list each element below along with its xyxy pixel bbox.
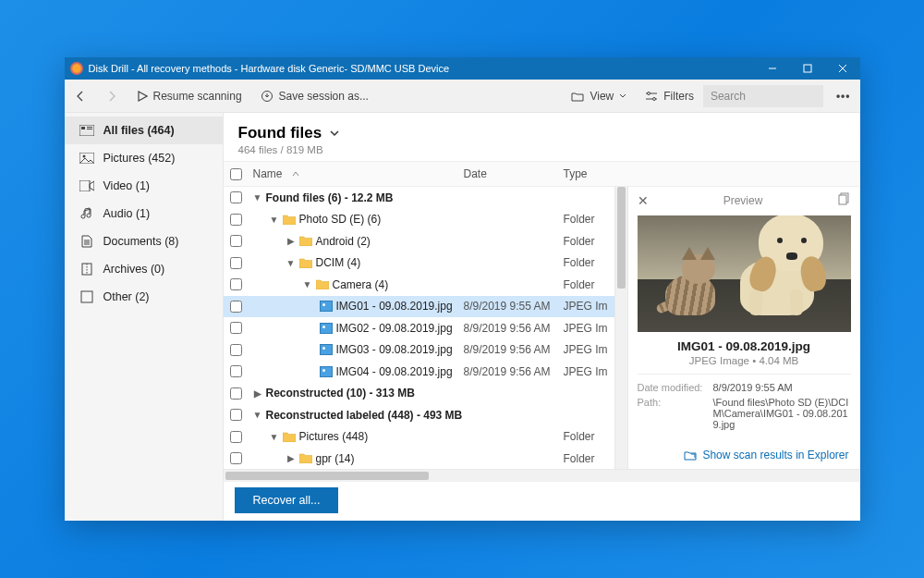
scrollbar-thumb[interactable]	[617, 187, 626, 289]
folder-row[interactable]: ▼Pictures (448)Folder	[224, 426, 614, 449]
row-checkbox[interactable]	[230, 322, 242, 334]
row-type: Folder	[564, 213, 608, 226]
row-checkbox[interactable]	[230, 365, 242, 377]
archives-icon	[79, 263, 94, 276]
group-row[interactable]: ▶Reconstructed (10) - 313 MB	[224, 383, 614, 405]
sidebar-item-pictures[interactable]: Pictures (452)	[65, 144, 223, 172]
horizontal-scrollbar[interactable]	[224, 469, 860, 482]
resume-scanning-button[interactable]: Resume scanning	[128, 80, 251, 113]
svg-rect-14	[839, 195, 846, 204]
row-checkbox[interactable]	[230, 278, 242, 290]
sort-asc-icon	[292, 170, 299, 178]
column-type[interactable]: Type	[564, 167, 608, 180]
file-row[interactable]: IMG04 - 09.08.2019.jpg8/9/2019 9:56 AMJP…	[224, 361, 614, 383]
meta-path-value: \Found files\Photo SD (E)\DCIM\Camera\IM…	[713, 397, 851, 430]
row-name: Found files (6) - 12.2 MB	[266, 191, 394, 204]
row-checkbox[interactable]	[230, 409, 242, 421]
sidebar-item-other[interactable]: Other (2)	[65, 283, 223, 311]
sidebar-item-audio[interactable]: Audio (1)	[65, 200, 223, 228]
select-all-checkbox[interactable]	[230, 168, 242, 180]
preview-subtitle: JPEG Image • 4.04 MB	[638, 355, 851, 375]
sidebar: All files (464)Pictures (452)Video (1)Au…	[65, 113, 224, 521]
toolbar: Resume scanning Save session as... View …	[65, 80, 860, 113]
row-type: Folder	[564, 452, 608, 465]
folder-icon	[571, 91, 584, 102]
play-icon	[137, 91, 148, 102]
svg-rect-10	[79, 180, 90, 191]
row-checkbox[interactable]	[230, 257, 242, 269]
row-date: 8/9/2019 9:55 AM	[464, 300, 564, 313]
back-button[interactable]	[65, 80, 96, 113]
row-name: Android (2)	[316, 235, 371, 248]
heading-sub: 464 files / 819 MB	[238, 144, 845, 155]
row-checkbox[interactable]	[230, 191, 242, 203]
filters-label: Filters	[663, 90, 694, 103]
column-date[interactable]: Date	[464, 167, 564, 180]
row-name: gpr (14)	[316, 452, 355, 465]
row-checkbox[interactable]	[230, 452, 242, 464]
row-checkbox[interactable]	[230, 344, 242, 356]
close-preview-button[interactable]: ✕	[638, 193, 649, 208]
view-dropdown[interactable]: View	[562, 80, 636, 113]
maximize-button[interactable]	[790, 57, 825, 80]
image-file-icon	[320, 301, 333, 312]
preview-panel: ✕ Preview IMG01 - 09.08.2019.jpg JPEG Im…	[627, 187, 860, 469]
row-checkbox[interactable]	[230, 235, 242, 247]
folder-row[interactable]: ▼Photo SD (E) (6)Folder	[224, 209, 614, 231]
sliders-icon	[645, 91, 658, 102]
forward-button[interactable]	[96, 80, 128, 113]
show-in-explorer-link[interactable]: Show scan results in Explorer	[628, 441, 860, 469]
meta-date-label: Date modified:	[638, 382, 713, 393]
group-row[interactable]: ▼Found files (6) - 12.2 MB	[224, 187, 614, 209]
svg-rect-5	[81, 127, 85, 129]
group-row[interactable]: ▼Reconstructed labeled (448) - 493 MB	[224, 404, 614, 426]
folder-row[interactable]: ▶Android (2)Folder	[224, 230, 614, 252]
row-name: IMG04 - 09.08.2019.jpg	[336, 365, 453, 378]
sidebar-item-label: Audio (1)	[103, 207, 151, 220]
sidebar-item-documents[interactable]: Documents (8)	[65, 228, 223, 255]
row-type: JPEG Image	[564, 300, 608, 313]
file-row[interactable]: IMG01 - 09.08.2019.jpg8/9/2019 9:55 AMJP…	[224, 296, 614, 318]
close-button[interactable]	[825, 57, 860, 80]
sidebar-item-files[interactable]: All files (464)	[65, 117, 223, 144]
sidebar-item-label: All files (464)	[103, 124, 175, 137]
sidebar-item-archives[interactable]: Archives (0)	[65, 255, 223, 283]
copy-icon[interactable]	[838, 192, 851, 208]
file-row[interactable]: IMG02 - 09.08.2019.jpg8/9/2019 9:56 AMJP…	[224, 317, 614, 339]
folder-row[interactable]: ▼DCIM (4)Folder	[224, 252, 614, 275]
found-files-heading[interactable]: Found files	[238, 124, 845, 142]
save-session-button[interactable]: Save session as...	[251, 80, 378, 113]
more-button[interactable]: •••	[827, 80, 860, 113]
recover-all-button[interactable]: Recover all...	[235, 487, 339, 513]
row-checkbox[interactable]	[230, 431, 242, 443]
meta-path-label: Path:	[638, 397, 713, 430]
row-date: 8/9/2019 9:56 AM	[464, 343, 564, 356]
vertical-scrollbar[interactable]	[614, 187, 627, 469]
row-checkbox[interactable]	[230, 387, 242, 400]
folder-row[interactable]: ▼Camera (4)Folder	[224, 274, 614, 296]
filters-button[interactable]: Filters	[636, 80, 703, 113]
minimize-button[interactable]	[755, 57, 790, 80]
row-date: 8/9/2019 9:56 AM	[464, 365, 564, 378]
column-name[interactable]: Name	[249, 167, 464, 180]
image-file-icon	[320, 344, 333, 355]
svg-rect-6	[87, 127, 92, 128]
row-name: Reconstructed (10) - 313 MB	[266, 387, 415, 400]
row-date: 8/9/2019 9:56 AM	[464, 322, 564, 335]
app-icon	[70, 62, 83, 75]
svg-rect-7	[87, 129, 92, 129]
svg-point-2	[648, 92, 650, 94]
scrollbar-thumb[interactable]	[225, 472, 429, 480]
sidebar-item-label: Video (1)	[103, 179, 151, 192]
window-title: Disk Drill - All recovery methods - Hard…	[89, 63, 450, 74]
folder-row[interactable]: ▶gpr (14)Folder	[224, 448, 614, 469]
row-type: Folder	[564, 278, 608, 291]
search-input[interactable]: Search	[703, 85, 823, 107]
row-checkbox[interactable]	[230, 214, 242, 226]
row-checkbox[interactable]	[230, 301, 242, 313]
preview-label: Preview	[723, 194, 763, 207]
sidebar-item-video[interactable]: Video (1)	[65, 172, 223, 200]
file-row[interactable]: IMG03 - 09.08.2019.jpg8/9/2019 9:56 AMJP…	[224, 339, 614, 362]
app-window: Disk Drill - All recovery methods - Hard…	[65, 57, 860, 521]
row-name: Reconstructed labeled (448) - 493 MB	[266, 409, 463, 422]
